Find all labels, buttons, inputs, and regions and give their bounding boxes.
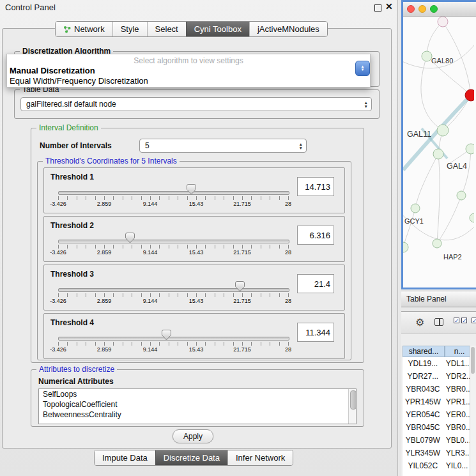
slider-thumb[interactable] xyxy=(187,184,196,195)
tab-cyni-toolbox[interactable]: Cyni Toolbox xyxy=(186,22,249,36)
select-all-checkbox-icon[interactable]: ✓ xyxy=(454,318,459,323)
slider-ticks xyxy=(58,196,289,200)
table-header-row: shared... n... xyxy=(403,346,474,357)
table-panel-header[interactable]: Table Panel xyxy=(401,291,476,307)
cell-shared-name: YPR145W xyxy=(403,397,443,406)
table-row[interactable]: YBR045C YBR0... xyxy=(403,421,474,434)
table-toolbar: ⚙ ✓ ✓ ✓ xyxy=(401,312,476,334)
network-canvas[interactable]: GAL80 GAL11 GAL4 GCY1 HAP2 xyxy=(403,17,474,288)
table-row[interactable]: YBL079W YBL0... xyxy=(403,434,474,447)
threshold-label: Threshold 3 xyxy=(50,270,94,279)
top-tab-bar: Network Style Select Cyni Toolbox jActiv… xyxy=(55,21,328,37)
tick-label: 2.859 xyxy=(97,346,112,353)
gear-icon[interactable]: ⚙ xyxy=(415,316,424,328)
slider-tick-labels: -3.426 2.859 9.144 15.43 21.715 28 xyxy=(58,346,288,353)
scrollbar-thumb[interactable] xyxy=(471,347,475,374)
scrollbar-thumb[interactable] xyxy=(350,390,357,410)
tab-select[interactable]: Select xyxy=(147,22,186,36)
minimize-traffic-light[interactable] xyxy=(418,5,426,13)
close-icon[interactable]: ✕ xyxy=(385,1,393,12)
zoom-traffic-light[interactable] xyxy=(430,5,438,13)
threshold-label: Threshold 4 xyxy=(50,318,94,327)
table-row[interactable]: YDL19... YDL1... xyxy=(403,357,474,370)
tick-label: -3.426 xyxy=(50,298,66,304)
table-data-combo[interactable]: galFiltered.sif default node ▲▼ xyxy=(20,97,372,111)
node-label-gal4: GAL4 xyxy=(447,162,467,171)
tick-label: 9.144 xyxy=(143,298,158,304)
tick-label: -3.426 xyxy=(50,201,66,207)
network-window-titlebar[interactable] xyxy=(403,2,476,17)
list-item[interactable]: SelfLoops xyxy=(39,389,356,399)
threshold-1-panel: Threshold 1 -3.426 2.859 9.144 15.43 21.… xyxy=(43,167,345,213)
group-title: Threshold's Coordinates for 5 Intervals xyxy=(43,157,180,165)
threshold-3-panel: Threshold 3 -3.426 2.859 9.144 15.43 21.… xyxy=(43,265,345,311)
algorithm-combo-stepper[interactable]: ▲ ▼ xyxy=(355,61,370,76)
cell-shared-name: YBL079W xyxy=(403,436,443,445)
table-row[interactable]: YIL052C YIL0... xyxy=(403,459,474,472)
tab-impute-data[interactable]: Impute Data xyxy=(95,450,155,465)
tab-discretize-data[interactable]: Discretize Data xyxy=(155,450,227,465)
tick-label: 21.715 xyxy=(233,298,251,304)
tick-label: 9.144 xyxy=(143,249,158,256)
tick-label: 9.144 xyxy=(143,346,158,353)
tab-label: jActiveMNodules xyxy=(257,24,319,34)
list-item[interactable]: TopologicalCoefficient xyxy=(39,399,356,410)
dropdown-option-manual[interactable]: Manual Discretization xyxy=(7,65,370,75)
slider-thumb[interactable] xyxy=(162,330,171,341)
tab-label: Discretize Data xyxy=(164,453,220,463)
close-traffic-light[interactable] xyxy=(407,5,415,13)
number-of-intervals-combo[interactable]: 5 ▲▼ xyxy=(139,139,307,153)
tick-label: 28 xyxy=(285,201,291,207)
network-graph: GAL80 GAL11 GAL4 GCY1 HAP2 xyxy=(403,17,474,288)
slider-ticks xyxy=(58,293,289,297)
slider-ticks xyxy=(58,245,289,249)
screen: Control Panel ✕ Network Style Select xyxy=(0,0,476,476)
node-label-gal80: GAL80 xyxy=(431,57,453,65)
minimize-icon[interactable] xyxy=(374,4,381,12)
combo-arrows-icon: ▲▼ xyxy=(299,142,303,150)
threshold-4-value[interactable]: 11.344 xyxy=(297,323,334,342)
selected-red-node xyxy=(465,89,474,101)
tick-label: 15.43 xyxy=(189,346,204,353)
threshold-3-value[interactable]: 21.4 xyxy=(297,274,334,293)
stepper-down-icon: ▼ xyxy=(361,68,365,72)
threshold-1-value[interactable]: 14.713 xyxy=(297,177,334,196)
control-panel-window: Control Panel ✕ Network Style Select xyxy=(0,0,398,476)
table-row[interactable]: YPR145W YPR1... xyxy=(403,395,474,408)
tab-infer-network[interactable]: Infer Network xyxy=(227,450,293,465)
table-row[interactable]: YER054C YER0... xyxy=(403,408,474,421)
tick-label: 2.859 xyxy=(97,249,112,256)
dropdown-option-equal-width[interactable]: Equal Width/Frequency Discretization xyxy=(7,75,370,86)
tick-label: 15.43 xyxy=(189,298,204,304)
list-scrollbar[interactable] xyxy=(348,389,356,424)
apply-button[interactable]: Apply xyxy=(173,429,213,443)
table-panel-title: Table Panel xyxy=(406,295,447,303)
tick-label: 21.715 xyxy=(233,201,251,207)
tab-label: Select xyxy=(155,24,178,34)
table-row[interactable]: YDR27... YDR2... xyxy=(403,370,474,383)
slider-ticks xyxy=(58,342,289,346)
table-panel-window: ⚙ ✓ ✓ ✓ shared... n... YDL19... YDL1... … xyxy=(401,311,476,476)
slider-thumb[interactable] xyxy=(125,233,135,243)
tick-label: 9.144 xyxy=(143,201,158,207)
tab-jactivemodules[interactable]: jActiveMNodules xyxy=(249,22,327,36)
table-scrollbar[interactable] xyxy=(470,346,476,476)
tab-network[interactable]: Network xyxy=(56,22,112,36)
tab-label: Cyni Toolbox xyxy=(194,24,242,34)
slider-thumb[interactable] xyxy=(235,281,245,292)
columns-icon[interactable] xyxy=(434,318,443,326)
filter-checkbox-icon[interactable]: ✓ xyxy=(472,318,476,323)
threshold-2-value[interactable]: 6.316 xyxy=(297,226,334,245)
numerical-attributes-list[interactable]: SelfLoops TopologicalCoefficient Between… xyxy=(38,388,357,424)
tick-label: 21.715 xyxy=(233,249,251,256)
tab-style[interactable]: Style xyxy=(112,22,147,36)
network-icon xyxy=(63,26,71,33)
table-row[interactable]: YLR345W YLR3... xyxy=(403,447,474,459)
table-row[interactable]: YBR043C YBR0... xyxy=(403,383,474,395)
numerical-attributes-label: Numerical Attributes xyxy=(38,377,114,386)
select-none-checkbox-icon[interactable]: ✓ xyxy=(461,318,467,323)
column-header-shared-name[interactable]: shared... xyxy=(403,346,445,357)
number-of-intervals-label: Number of Intervals xyxy=(40,141,112,150)
tick-label: 15.43 xyxy=(189,249,204,256)
list-item[interactable]: BetweennessCentrality xyxy=(39,410,356,420)
